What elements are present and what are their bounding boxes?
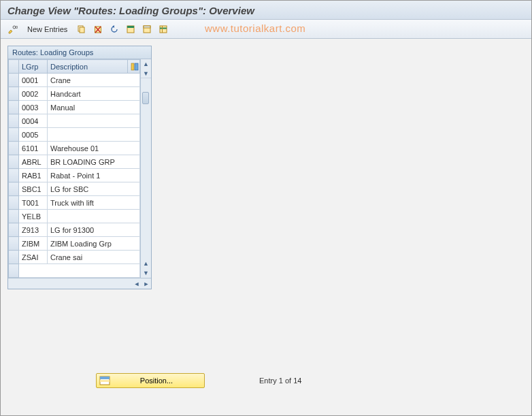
scroll-down-bottom-arrow-icon[interactable]: ▼: [141, 268, 151, 278]
cell-description[interactable]: BR LOADING GRP: [48, 155, 140, 169]
cell-description[interactable]: Handcart: [48, 87, 140, 101]
cell-description[interactable]: Truck with lift: [48, 196, 140, 210]
copy-as-button[interactable]: [75, 22, 88, 36]
cell-description[interactable]: Rabat - Point 1: [48, 169, 140, 182]
table-row[interactable]: 0003Manual: [9, 101, 140, 114]
cell-lgrp[interactable]: 0004: [19, 114, 48, 128]
row-selector[interactable]: [9, 182, 19, 196]
svg-point-0: [13, 26, 16, 29]
deselect-all-button[interactable]: [140, 22, 154, 36]
cell-lgrp[interactable]: T001: [19, 196, 48, 210]
copy-icon: [77, 25, 86, 34]
table-row[interactable]: ZSAICrane sai: [9, 251, 140, 264]
row-selector[interactable]: [9, 114, 19, 128]
cell-empty: [19, 264, 140, 278]
cell-description[interactable]: Crane sai: [48, 251, 140, 264]
row-selector[interactable]: [9, 223, 19, 237]
horizontal-scrollbar[interactable]: ◄ ►: [8, 278, 151, 289]
table-row[interactable]: RAB1Rabat - Point 1: [9, 169, 140, 182]
cell-description[interactable]: Manual: [48, 101, 140, 114]
table-row[interactable]: T001Truck with lift: [9, 196, 140, 210]
scroll-right-arrow-icon[interactable]: ►: [142, 279, 151, 289]
select-all-icon: [126, 25, 135, 34]
table-row[interactable]: SBC1LG for SBC: [9, 182, 140, 196]
row-selector[interactable]: [9, 101, 19, 114]
table-row[interactable]: ZIBMZIBM Loading Grp: [9, 237, 140, 251]
table-row[interactable]: 0005: [9, 128, 140, 142]
window-title-bar: Change View "Routes: Loading Groups": Ov…: [1, 1, 531, 20]
table-row[interactable]: 0004: [9, 114, 140, 128]
svg-rect-9: [160, 26, 167, 33]
scroll-left-arrow-icon[interactable]: ◄: [132, 279, 142, 289]
cell-lgrp[interactable]: 6101: [19, 142, 48, 155]
scroll-thumb[interactable]: [142, 92, 149, 104]
column-header-description[interactable]: Description: [48, 60, 128, 74]
column-config-button[interactable]: [128, 60, 140, 74]
cell-lgrp[interactable]: SBC1: [19, 182, 48, 196]
table-row[interactable]: YELB: [9, 210, 140, 223]
table-row[interactable]: 0002Handcart: [9, 87, 140, 101]
row-selector[interactable]: [9, 155, 19, 169]
scroll-up-bottom-arrow-icon[interactable]: ▲: [141, 259, 151, 268]
table-row[interactable]: 6101Warehouse 01: [9, 142, 140, 155]
row-selector[interactable]: [9, 169, 19, 182]
scroll-up-arrow-icon[interactable]: ▲: [141, 59, 151, 69]
column-header-selector[interactable]: [9, 60, 19, 74]
row-selector[interactable]: [9, 210, 19, 223]
vertical-scrollbar[interactable]: ▲ ▼ ▲ ▼: [140, 59, 151, 278]
column-header-lgrp[interactable]: LGrp: [19, 60, 48, 74]
table-row[interactable]: 0001Crane: [9, 74, 140, 87]
entry-counter-text: Entry 1 of 14: [259, 377, 301, 385]
row-selector: [9, 264, 19, 278]
cell-description[interactable]: LG for 91300: [48, 223, 140, 237]
cell-lgrp[interactable]: Z913: [19, 223, 48, 237]
cell-lgrp[interactable]: ZSAI: [19, 251, 48, 264]
svg-rect-6: [127, 26, 134, 28]
position-button[interactable]: Position...: [96, 373, 205, 388]
select-all-button[interactable]: [124, 22, 137, 36]
cell-lgrp[interactable]: ABRL: [19, 155, 48, 169]
cell-description[interactable]: [48, 114, 140, 128]
cell-description[interactable]: [48, 128, 140, 142]
row-selector[interactable]: [9, 142, 19, 155]
table-panel: Routes: Loading Groups LGrp Description: [7, 46, 152, 289]
scroll-down-arrow-icon[interactable]: ▼: [141, 69, 151, 78]
svg-rect-16: [100, 380, 110, 382]
loading-groups-table[interactable]: LGrp Description 0001Crane0002Handcart00…: [8, 59, 140, 278]
position-button-label: Position...: [114, 377, 199, 385]
svg-rect-3: [80, 27, 84, 33]
row-selector[interactable]: [9, 237, 19, 251]
cell-description[interactable]: Crane: [48, 74, 140, 87]
cell-lgrp[interactable]: 0001: [19, 74, 48, 87]
table-row[interactable]: ABRLBR LOADING GRP: [9, 155, 140, 169]
table-settings-icon: [159, 25, 168, 34]
cell-description[interactable]: Warehouse 01: [48, 142, 140, 155]
row-selector[interactable]: [9, 128, 19, 142]
footer-strip: Position... Entry 1 of 14: [1, 373, 531, 388]
new-entries-button[interactable]: New Entries: [22, 23, 72, 35]
undo-icon: [110, 25, 119, 34]
cell-description[interactable]: LG for SBC: [48, 182, 140, 196]
cell-description[interactable]: ZIBM Loading Grp: [48, 237, 140, 251]
row-selector[interactable]: [9, 251, 19, 264]
cell-lgrp[interactable]: RAB1: [19, 169, 48, 182]
row-selector[interactable]: [9, 74, 19, 87]
table-row-empty: [9, 264, 140, 278]
print-button[interactable]: [156, 22, 170, 36]
cell-lgrp[interactable]: 0002: [19, 87, 48, 101]
delete-button[interactable]: [91, 22, 105, 36]
svg-rect-13: [135, 63, 138, 70]
cell-lgrp[interactable]: 0005: [19, 128, 48, 142]
toggle-display-change-button[interactable]: [6, 22, 20, 36]
table-row[interactable]: Z913LG for 91300: [9, 223, 140, 237]
cell-lgrp[interactable]: 0003: [19, 101, 48, 114]
delete-icon: [93, 25, 103, 34]
undo-change-button[interactable]: [107, 22, 121, 36]
cell-lgrp[interactable]: ZIBM: [19, 237, 48, 251]
cell-description[interactable]: [48, 210, 140, 223]
svg-rect-12: [131, 63, 134, 70]
table-config-icon: [131, 63, 139, 71]
cell-lgrp[interactable]: YELB: [19, 210, 48, 223]
row-selector[interactable]: [9, 196, 19, 210]
row-selector[interactable]: [9, 87, 19, 101]
